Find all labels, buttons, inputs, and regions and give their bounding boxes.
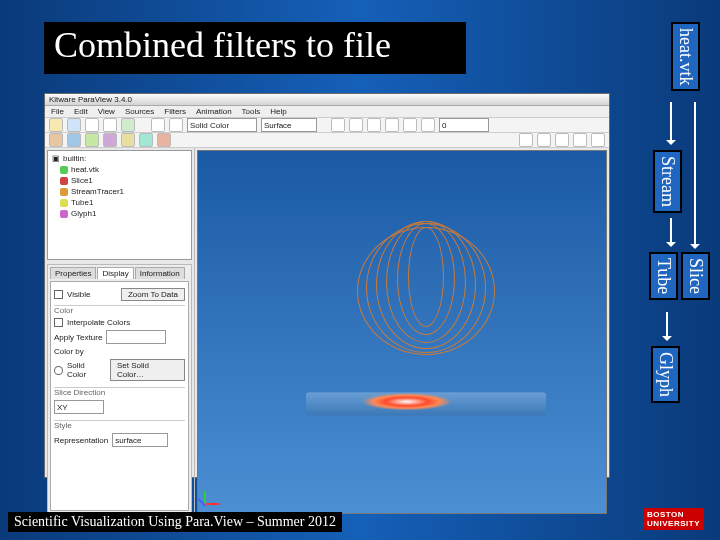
flow-glyph: Glyph xyxy=(651,346,680,403)
render-view[interactable] xyxy=(197,150,607,514)
rep-label: Representation xyxy=(54,436,108,445)
zoom-to-data-button[interactable]: Zoom To Data xyxy=(121,288,185,301)
tab-properties[interactable]: Properties xyxy=(50,267,96,279)
save-icon[interactable] xyxy=(67,118,81,132)
menu-item[interactable]: View xyxy=(98,107,115,116)
bu-logo: BOSTONUNIVERSITY xyxy=(643,508,704,530)
visible-checkbox[interactable] xyxy=(54,290,63,299)
reset-camera-icon[interactable] xyxy=(519,133,533,147)
flow-tube: Tube xyxy=(649,252,678,300)
play-icon[interactable] xyxy=(367,118,381,132)
solidcolor-radio[interactable] xyxy=(54,366,63,375)
window-titlebar: Kitware ParaView 3.4.0 xyxy=(45,94,609,106)
view-z-icon[interactable] xyxy=(591,133,605,147)
view-x-icon[interactable] xyxy=(555,133,569,147)
flow-stream: Stream xyxy=(653,150,682,213)
stream-icon[interactable] xyxy=(139,133,153,147)
eye-icon[interactable] xyxy=(60,210,68,218)
slice-icon[interactable] xyxy=(67,133,81,147)
apply-texture-label: Apply Texture xyxy=(54,333,102,342)
solidcolor-label: Solid Color xyxy=(67,361,106,379)
arrow-icon xyxy=(694,102,696,246)
arrow-icon xyxy=(670,218,672,244)
menu-item[interactable]: Edit xyxy=(74,107,88,116)
tree-item[interactable]: Glyph1 xyxy=(50,208,189,219)
prev-frame-icon[interactable] xyxy=(349,118,363,132)
menu-item[interactable]: Animation xyxy=(196,107,232,116)
slice-plane xyxy=(306,393,546,416)
tree-item[interactable]: heat.vtk xyxy=(50,164,189,175)
time-field[interactable]: 0 xyxy=(439,118,489,132)
server-icon: ▣ xyxy=(52,154,60,163)
orientation-axes xyxy=(206,479,232,505)
visible-label: Visible xyxy=(67,290,90,299)
slide-footer: Scientific Visualization Using Para.View… xyxy=(8,512,342,532)
section-style: Style xyxy=(54,420,185,430)
undo-icon[interactable] xyxy=(151,118,165,132)
menubar[interactable]: File Edit View Sources Filters Animation… xyxy=(45,106,609,118)
tab-display[interactable]: Display xyxy=(97,267,133,279)
last-frame-icon[interactable] xyxy=(403,118,417,132)
view-y-icon[interactable] xyxy=(573,133,587,147)
interp-label: Interpolate Colors xyxy=(67,318,130,327)
tube-icon[interactable] xyxy=(157,133,171,147)
interp-checkbox[interactable] xyxy=(54,318,63,327)
eye-icon[interactable] xyxy=(60,177,68,185)
menu-item[interactable]: Filters xyxy=(164,107,186,116)
set-solid-color-button[interactable]: Set Solid Color… xyxy=(110,359,185,381)
axes-icon[interactable] xyxy=(537,133,551,147)
arrow-icon xyxy=(666,312,668,338)
paraview-window: Kitware ParaView 3.4.0 File Edit View So… xyxy=(44,93,610,478)
connect-icon[interactable] xyxy=(85,118,99,132)
disconnect-icon[interactable] xyxy=(103,118,117,132)
color-mode-select[interactable]: Solid Color xyxy=(187,118,257,132)
tree-item[interactable]: StreamTracer1 xyxy=(50,186,189,197)
texture-select[interactable] xyxy=(106,330,166,344)
tab-information[interactable]: Information xyxy=(135,267,185,279)
loop-icon[interactable] xyxy=(421,118,435,132)
slide-title: Combined filters to file xyxy=(44,22,466,74)
colorby-label: Color by xyxy=(54,347,84,356)
contour-icon[interactable] xyxy=(103,133,117,147)
object-inspector: Properties Display Information Visible Z… xyxy=(47,264,192,514)
tree-root[interactable]: ▣ builtin: xyxy=(50,153,189,164)
tree-item[interactable]: Slice1 xyxy=(50,175,189,186)
toolbar-row-1: Solid Color Surface 0 xyxy=(45,118,609,133)
arrow-icon xyxy=(670,102,672,142)
glyph-icon[interactable] xyxy=(49,133,63,147)
flow-slice: Slice xyxy=(681,252,710,300)
section-slice: Slice Direction xyxy=(54,387,185,397)
rep-select[interactable]: surface xyxy=(112,433,168,447)
redo-icon[interactable] xyxy=(169,118,183,132)
streamline-tubes xyxy=(351,221,501,371)
section-color: Color xyxy=(54,305,185,315)
pipeline-browser[interactable]: ▣ builtin: heat.vtk Slice1 StreamTracer1… xyxy=(47,150,192,260)
menu-item[interactable]: Help xyxy=(270,107,286,116)
tree-item[interactable]: Tube1 xyxy=(50,197,189,208)
menu-item[interactable]: File xyxy=(51,107,64,116)
first-frame-icon[interactable] xyxy=(331,118,345,132)
flow-root: heat.vtk xyxy=(671,22,700,91)
representation-select[interactable]: Surface xyxy=(261,118,317,132)
next-frame-icon[interactable] xyxy=(385,118,399,132)
eye-icon[interactable] xyxy=(60,188,68,196)
help-icon[interactable] xyxy=(121,118,135,132)
toolbar-row-2 xyxy=(45,133,609,148)
threshold-icon[interactable] xyxy=(121,133,135,147)
slice-dir-select[interactable]: XY xyxy=(54,400,104,414)
clip-icon[interactable] xyxy=(85,133,99,147)
eye-icon[interactable] xyxy=(60,199,68,207)
menu-item[interactable]: Tools xyxy=(242,107,261,116)
eye-icon[interactable] xyxy=(60,166,68,174)
open-icon[interactable] xyxy=(49,118,63,132)
menu-item[interactable]: Sources xyxy=(125,107,154,116)
